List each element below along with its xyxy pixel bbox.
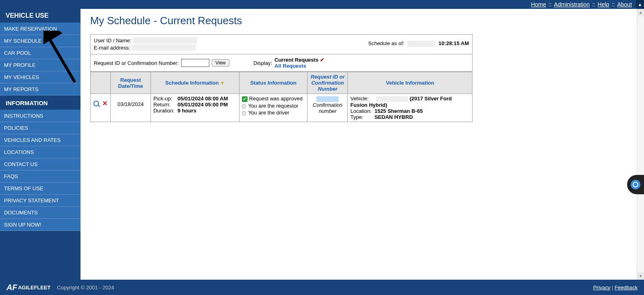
schedule-asof-label: Schedule as of:: [368, 40, 405, 46]
top-link-about[interactable]: About: [617, 1, 632, 8]
th-confirmation[interactable]: Request ID or Confirmation Number: [308, 72, 348, 94]
requests-table: Request Date/Time Schedule Information ▼…: [90, 72, 473, 122]
th-status-info[interactable]: Status Information: [239, 72, 308, 94]
info-panel: User ID / Name: E-mail address: Schedule…: [90, 34, 473, 72]
scroll-up-icon[interactable]: ▴: [637, 9, 644, 16]
sidebar-item-documents[interactable]: DOCUMENTS: [0, 207, 80, 219]
sidebar-item-policies[interactable]: POLICIES: [0, 122, 80, 134]
vehicle-id-redacted: [376, 96, 408, 102]
email-label: E-mail address:: [94, 45, 130, 51]
checkmark-icon: ✔: [320, 57, 324, 63]
view-details-icon[interactable]: [93, 101, 99, 106]
th-actions: [91, 72, 111, 94]
email-value-redacted: [132, 44, 196, 51]
top-collapse-caret-icon[interactable]: ▲: [636, 0, 644, 9]
request-search-label: Request ID or Confirmation Number:: [94, 60, 179, 66]
schedule-asof-date-redacted: [407, 41, 436, 47]
sidebar-item-my-vehicles[interactable]: MY VEHICLES: [0, 71, 80, 83]
sidebar-item-my-profile[interactable]: MY PROFILE: [0, 59, 80, 71]
cell-request-date: 03/18/2024: [110, 94, 151, 122]
sidebar-item-locations[interactable]: LOCATIONS: [0, 146, 80, 158]
sidebar-item-make-reservation[interactable]: MAKE RESERVATION: [0, 23, 80, 35]
top-navbar: Home :: Administration :: Help :: About: [0, 0, 644, 9]
view-button[interactable]: View: [212, 59, 229, 66]
userid-value-redacted: [133, 37, 197, 44]
th-vehicle-info[interactable]: Vehicle Information: [348, 72, 473, 94]
cancel-icon[interactable]: ✕: [102, 100, 107, 107]
sidebar-section-information: INFORMATION: [0, 96, 80, 110]
table-row: ✕ 03/18/2024 Pick-up:05/01/2024 08:00 AM…: [91, 94, 473, 122]
bullet-icon: [242, 111, 246, 115]
sidebar-item-vehicles-rates[interactable]: VEHICLES AND RATES: [0, 134, 80, 146]
schedule-asof-time: 10:28:15 AM: [439, 40, 469, 46]
page-title: My Schedule - Current Requests: [90, 15, 634, 27]
sort-icon: ▼: [220, 81, 225, 85]
sidebar-item-my-schedule[interactable]: MY SCHEDULE: [0, 35, 80, 47]
th-request-datetime[interactable]: Request Date/Time: [110, 72, 151, 94]
sidebar-item-privacy[interactable]: PRIVACY STATEMENT: [0, 195, 80, 207]
scroll-down-icon[interactable]: ▾: [637, 272, 644, 280]
copyright-text: Copyright © 2001 - 2024: [57, 285, 114, 291]
userid-label: User ID / Name:: [94, 37, 131, 44]
approved-check-icon: ✔: [242, 96, 248, 102]
sidebar-item-signup[interactable]: SIGN UP NOW!: [0, 219, 80, 231]
cell-vehicle-info: Vehicle: (2017 Silver Ford Fusion Hybrid…: [348, 94, 473, 122]
sidebar-item-faqs[interactable]: FAQS: [0, 170, 80, 183]
main-content: My Schedule - Current Requests User ID /…: [80, 9, 644, 272]
sidebar-section-vehicle-use: VEHICLE USE: [0, 9, 80, 23]
top-link-home[interactable]: Home: [531, 1, 546, 8]
scrollbar-track[interactable]: ▴ ▾: [637, 9, 644, 280]
sidebar-item-my-reports[interactable]: MY REPORTS: [0, 83, 80, 96]
footer-link-privacy[interactable]: Privacy: [593, 285, 611, 291]
brand-logo: AF AGILEFLEET: [6, 283, 51, 292]
confirmation-number-redacted: [316, 96, 339, 102]
footer: AF AGILEFLEET Copyright © 2001 - 2024 Pr…: [0, 280, 644, 295]
bullet-icon: [242, 104, 246, 108]
chat-widget-button[interactable]: [627, 175, 644, 194]
display-all-requests[interactable]: All Requests: [275, 63, 324, 69]
logo-icon: AF: [6, 283, 17, 292]
th-schedule-info[interactable]: Schedule Information ▼: [151, 72, 239, 94]
cell-status-info: ✔Request was approved You are the reques…: [239, 94, 308, 122]
sidebar: VEHICLE USE MAKE RESERVATION MY SCHEDULE…: [0, 9, 80, 272]
sidebar-item-instructions[interactable]: INSTRUCTIONS: [0, 110, 80, 122]
sidebar-item-car-pool[interactable]: CAR POOL: [0, 47, 80, 59]
display-label: Display:: [254, 60, 272, 66]
sidebar-item-terms[interactable]: TERMS OF USE: [0, 183, 80, 195]
cell-schedule-info: Pick-up:05/01/2024 08:00 AM Return:05/01…: [151, 94, 239, 122]
top-link-help[interactable]: Help: [598, 1, 609, 8]
request-search-input[interactable]: [181, 59, 209, 67]
display-current-requests[interactable]: Current Requests: [275, 57, 318, 63]
footer-link-feedback[interactable]: Feedback: [615, 285, 638, 291]
top-link-administration[interactable]: Administration: [554, 1, 590, 8]
chat-icon: [631, 180, 640, 189]
sidebar-item-contact-us[interactable]: CONTACT US: [0, 158, 80, 170]
cell-confirmation: Confirmation number: [308, 94, 348, 122]
